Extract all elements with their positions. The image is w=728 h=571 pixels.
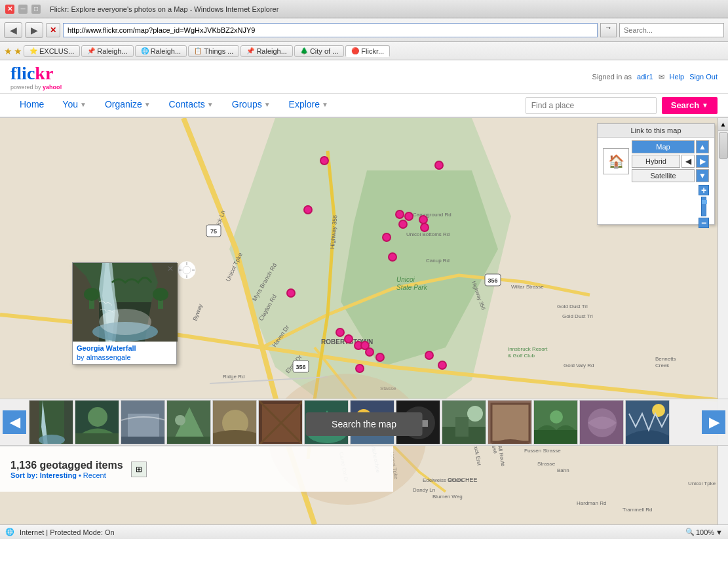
status-right: 🔍 100% ▼ — [685, 528, 723, 536]
zoom-minus-button[interactable]: − — [699, 218, 709, 228]
popup-close-button[interactable]: ✕ — [167, 264, 174, 273]
map-pin-pin10[interactable] — [388, 252, 397, 262]
zoom-slider-thumb[interactable] — [702, 200, 707, 204]
refresh-button[interactable]: ✕ — [46, 23, 60, 37]
thumbnail-item-1[interactable] — [75, 400, 119, 444]
map-pin-pin12[interactable] — [335, 328, 345, 337]
map-pin-pin3[interactable] — [303, 205, 313, 214]
map-pin-pin4[interactable] — [395, 210, 404, 219]
svg-point-72 — [183, 266, 191, 274]
svg-text:356: 356 — [296, 364, 305, 370]
map-home-button[interactable]: 🏠 — [603, 148, 629, 174]
zoom-dropdown-icon: ▼ — [716, 528, 723, 536]
svg-point-90 — [88, 407, 107, 427]
bookmark-star2-icon[interactable]: ★ — [14, 46, 22, 56]
forward-button[interactable]: ▶ — [25, 22, 43, 38]
svg-text:State Park: State Park — [396, 284, 428, 291]
nav-groups[interactable]: Groups ▼ — [223, 94, 280, 117]
thumbnail-item-5[interactable] — [258, 400, 303, 444]
svg-text:Hardman Rd: Hardman Rd — [577, 500, 606, 506]
nav-contacts[interactable]: Contacts ▼ — [160, 94, 223, 117]
thumb-prev-button[interactable]: ◀ — [3, 410, 26, 434]
map-pin-pin20[interactable] — [355, 364, 364, 373]
search-button[interactable]: Search ▼ — [662, 97, 718, 114]
map-view-toggle-button[interactable]: ⊞ — [131, 462, 147, 477]
svg-point-82 — [84, 288, 100, 301]
map-area[interactable]: Patrick Ln Unicoi Tpke Clayton Rd Haven … — [0, 118, 728, 524]
map-type-map-button[interactable]: Map — [632, 140, 695, 153]
zoom-slider-track[interactable] — [701, 197, 706, 216]
map-right-button[interactable]: ▶ — [696, 155, 709, 168]
nav-you[interactable]: You ▼ — [53, 94, 96, 117]
map-pin-pin19[interactable] — [438, 361, 447, 370]
map-pin-pin9[interactable] — [382, 233, 391, 242]
map-pin-pin11[interactable] — [286, 288, 296, 298]
highlighted-pin[interactable] — [178, 261, 196, 281]
help-link[interactable]: Help — [670, 73, 685, 81]
bookmark-flickr[interactable]: 🔴 Flickr... — [345, 45, 390, 57]
browser-min-button[interactable]: ─ — [18, 5, 28, 14]
map-pin-pin13[interactable] — [344, 334, 353, 344]
svg-text:Edelweiss Strase: Edelweiss Strase — [423, 477, 463, 483]
popup-author-name[interactable]: almassengale — [86, 353, 131, 361]
browser-search-input[interactable] — [619, 23, 724, 37]
bookmark-star-icon[interactable]: ★ — [4, 46, 12, 56]
link-to-map-label[interactable]: Link to this map — [598, 124, 714, 138]
map-pin-pin17[interactable] — [360, 341, 370, 350]
map-pin-pin7[interactable] — [398, 220, 408, 229]
bookmark-raleigh1[interactable]: 📌 Raleigh... — [81, 45, 133, 57]
map-type-hybrid-button[interactable]: Hybrid — [632, 155, 680, 168]
map-pin-pin1[interactable] — [320, 156, 329, 165]
search-map-button[interactable]: Search the map — [305, 412, 423, 436]
bookmark-flickr-label: Flickr... — [361, 47, 384, 55]
map-pin-pin5[interactable] — [404, 212, 413, 221]
thumbnail-item-9[interactable] — [442, 400, 486, 444]
zoom-plus-button[interactable]: + — [699, 185, 709, 195]
nav-home[interactable]: Home — [10, 94, 53, 117]
nav-explore[interactable]: Explore ▼ — [280, 94, 337, 117]
flickr-nav: Home You ▼ Organize ▼ Contacts ▼ Groups … — [0, 94, 728, 118]
svg-text:Innsbruck Resort: Innsbruck Resort — [508, 346, 548, 352]
sign-out-link[interactable]: Sign Out — [689, 73, 718, 81]
map-up-button[interactable]: ▲ — [696, 140, 709, 153]
browser-close-button[interactable]: ✕ — [5, 5, 14, 14]
map-pin-pin18[interactable] — [425, 351, 434, 360]
thumbnail-item-10[interactable] — [488, 400, 532, 444]
thumbnail-item-0[interactable] — [29, 400, 73, 444]
browser-toolbar: ◀ ▶ ✕ → — [0, 18, 728, 42]
thumbnail-item-4[interactable] — [212, 400, 257, 444]
thumbnail-item-13[interactable] — [625, 400, 670, 444]
map-left-button[interactable]: ◀ — [681, 155, 695, 168]
sort-recent-link[interactable]: Recent — [83, 471, 106, 479]
map-down-button[interactable]: ▼ — [696, 169, 709, 182]
map-pin-pin16[interactable] — [375, 353, 385, 362]
back-button[interactable]: ◀ — [4, 22, 22, 38]
username-link[interactable]: adir1 — [637, 73, 653, 81]
bookmark-things[interactable]: 📋 Things ... — [188, 45, 239, 57]
nav-organize[interactable]: Organize ▼ — [96, 94, 160, 117]
bookmark-cityof[interactable]: 🌲 City of ... — [294, 45, 344, 57]
bookmark-raleigh2[interactable]: 🌐 Raleigh... — [135, 45, 187, 57]
map-pin-pin2[interactable] — [434, 161, 444, 170]
zoom-control[interactable]: 🔍 100% ▼ — [685, 528, 723, 536]
thumb-next-button[interactable]: ▶ — [702, 410, 725, 434]
bookmark-raleigh3-icon: 📌 — [246, 47, 254, 54]
find-place-input[interactable] — [526, 97, 657, 114]
bookmark-raleigh2-label: Raleigh... — [151, 47, 181, 55]
sort-interesting-link[interactable]: Interesting — [40, 471, 77, 479]
browser-max-button[interactable]: □ — [31, 5, 41, 14]
bookmark-exclus[interactable]: ⭐ EXCLUS... — [24, 45, 80, 57]
bookmark-raleigh1-label: Raleigh... — [97, 47, 127, 55]
address-bar[interactable] — [63, 23, 598, 37]
popup-title[interactable]: Georgia Waterfall — [73, 342, 176, 353]
thumbnail-item-12[interactable] — [579, 400, 624, 444]
thumbnail-item-2[interactable] — [121, 400, 165, 444]
map-type-satellite-button[interactable]: Satellite — [632, 169, 695, 182]
thumbnail-item-3[interactable] — [166, 400, 211, 444]
map-pin-pin8[interactable] — [420, 223, 429, 232]
bookmark-raleigh3[interactable]: 📌 Raleigh... — [240, 45, 292, 57]
zoom-icon: 🔍 — [685, 528, 695, 536]
thumbnail-item-11[interactable] — [533, 400, 578, 444]
svg-text:Canup Rd: Canup Rd — [426, 258, 450, 264]
go-button[interactable]: → — [600, 23, 617, 37]
